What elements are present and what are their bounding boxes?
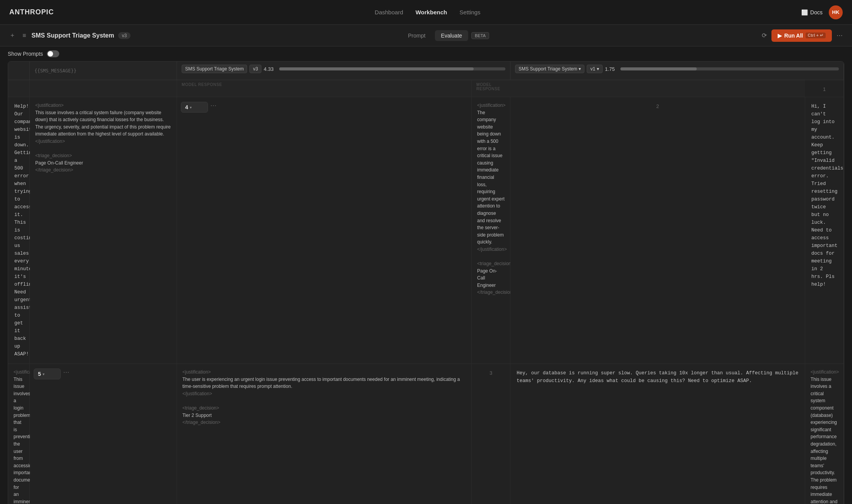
nav-links: Dashboard Workbench Settings — [375, 9, 481, 15]
sms-variable: {{SMS_MESSAGE}} — [34, 68, 76, 74]
row-2-score-left: 5 ▾ ⋯ — [30, 364, 177, 504]
beta-badge: BETA — [471, 32, 489, 39]
header-sms: {{SMS_MESSAGE}} — [30, 62, 177, 80]
col-label-num — [8, 80, 30, 97]
docs-button[interactable]: ⬜ Docs — [801, 9, 823, 15]
left-model-version: v3 — [249, 65, 261, 73]
more-options-button[interactable]: ⋯ — [835, 30, 844, 41]
row-3-response-left: <justification> This issue involves a cr… — [805, 364, 844, 504]
right-score-bar — [620, 67, 839, 70]
right-score-fill — [620, 67, 697, 70]
row-2-number: 2 — [510, 97, 805, 364]
left-score-fill — [279, 67, 474, 70]
show-prompts-label: Show Prompts — [8, 51, 43, 57]
docs-icon: ⬜ — [801, 9, 808, 15]
row-2-response-right: <justification> The user is experiencing… — [177, 364, 472, 504]
row-2-response-left: <justification> This issue involves a lo… — [8, 364, 30, 504]
row-1-sms: Help! Our company website is down. Getti… — [8, 97, 30, 364]
chevron-down-icon-v: ▾ — [597, 66, 599, 72]
col-label-extra — [510, 80, 805, 97]
sub-nav-right: ⟳ ▶ Run All Ctrl + ↵ ⋯ — [760, 29, 844, 42]
sub-nav-center: Prompt Evaluate BETA — [402, 30, 489, 41]
row-1-left-score-selector[interactable]: 4 ▾ — [181, 102, 208, 113]
chevron-down-icon: ▾ — [579, 66, 581, 72]
play-icon: ▶ — [778, 33, 782, 39]
nav-settings[interactable]: Settings — [459, 9, 480, 15]
right-model-score: 1.75 — [605, 66, 617, 72]
evaluation-grid: {{SMS_MESSAGE}} SMS Support Triage Syste… — [8, 61, 844, 504]
header-row-number — [8, 62, 30, 80]
sub-nav: ＋ ≡ SMS Support Triage System v3 Prompt … — [0, 25, 852, 46]
sub-nav-left: ＋ ≡ SMS Support Triage System v3 — [8, 30, 131, 41]
tab-evaluate[interactable]: Evaluate — [435, 30, 468, 41]
top-nav: ANTHROPIC Dashboard Workbench Settings ⬜… — [0, 0, 852, 25]
left-score-bar — [279, 67, 505, 70]
row-1-number: 1 — [805, 80, 844, 97]
header-right-model: SMS Support Triage System ▾ v1 ▾ 1.75 — [510, 62, 844, 80]
row-2-sms: Hi, I can't log into my account. Keep ge… — [805, 97, 844, 364]
right-version-select[interactable]: v1 ▾ — [587, 65, 603, 73]
main-table: {{SMS_MESSAGE}} SMS Support Triage Syste… — [0, 61, 852, 504]
avatar[interactable]: HK — [829, 5, 843, 19]
keyboard-shortcut: Ctrl + ↵ — [806, 33, 826, 38]
row-2-left-more-button[interactable]: ⋯ — [63, 369, 69, 376]
nav-right: ⬜ Docs HK — [801, 5, 843, 19]
col-label-left-response: MODEL RESPONSE — [177, 80, 472, 97]
page-title: SMS Support Triage System — [31, 32, 114, 39]
col-label-sms — [30, 80, 177, 97]
row-3-sms: Hey, our database is running super slow.… — [510, 364, 805, 504]
row-1-response-left: <justification> This issue involves a cr… — [30, 97, 177, 364]
row-1-response-right: <justification> The company website bein… — [472, 97, 510, 364]
right-model-select[interactable]: SMS Support Triage System ▾ — [515, 65, 584, 73]
chevron-down-icon: ▾ — [190, 105, 192, 110]
row-1-left-more-button[interactable]: ⋯ — [210, 102, 216, 109]
show-prompts-bar: Show Prompts — [0, 46, 852, 61]
header-left-model: SMS Support Triage System v3 4.33 — [177, 62, 510, 80]
row-2-left-score-selector[interactable]: 5 ▾ — [34, 369, 61, 379]
run-all-button[interactable]: ▶ Run All Ctrl + ↵ — [771, 29, 832, 42]
history-button[interactable]: ⟳ — [760, 30, 768, 41]
col-label-right-response: MODEL RESPONSE — [472, 80, 510, 97]
row-1-score-left: 4 ▾ ⋯ — [177, 97, 472, 364]
nav-workbench[interactable]: Workbench — [416, 9, 447, 15]
left-model-score: 4.33 — [264, 66, 276, 72]
chevron-down-icon: ▾ — [43, 372, 45, 376]
left-model-name: SMS Support Triage System — [182, 65, 247, 73]
brand-logo: ANTHROPIC — [9, 8, 54, 16]
tab-prompt[interactable]: Prompt — [402, 30, 431, 41]
show-prompts-toggle[interactable] — [47, 50, 59, 57]
row-3-number: 3 — [472, 364, 510, 504]
list-button[interactable]: ≡ — [21, 31, 27, 41]
add-button[interactable]: ＋ — [8, 30, 17, 41]
nav-dashboard[interactable]: Dashboard — [375, 9, 403, 15]
version-badge: v3 — [118, 32, 131, 39]
